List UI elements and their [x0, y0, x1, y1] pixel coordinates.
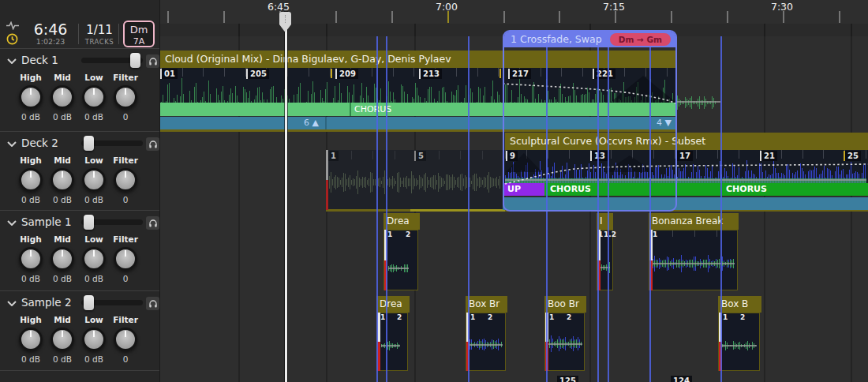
- knob-column-high: High0 dB: [15, 234, 47, 283]
- clip-beat-tick: [672, 230, 673, 237]
- knob-label: High: [15, 155, 47, 165]
- beat-tick: [224, 68, 225, 77]
- knob-column-filter: Filter0: [110, 234, 141, 283]
- knob-value: 0 dB: [15, 195, 47, 204]
- knob-column-high: High0 dB: [15, 315, 47, 364]
- low-knob[interactable]: [82, 328, 106, 351]
- channel-panel-sample-2: Sample 2High0 dBMid0 dBLow0 dBFilter0: [0, 291, 159, 371]
- filter-knob[interactable]: [114, 328, 137, 351]
- sample2-clip-title[interactable]: Box Br: [466, 296, 507, 313]
- track-position: 1/11: [81, 23, 118, 37]
- low-knob[interactable]: [82, 85, 106, 109]
- knob-value: 0 dB: [78, 274, 110, 283]
- beat-tick: [781, 150, 782, 159]
- beat-tick: [482, 151, 483, 159]
- low-knob[interactable]: [82, 247, 106, 271]
- knob-label: Low: [78, 315, 110, 324]
- filter-knob[interactable]: [114, 247, 137, 271]
- knob-label: Mid: [47, 155, 78, 165]
- deck1-marker-out[interactable]: 6 ▲: [284, 118, 319, 128]
- beat-tick: [287, 68, 288, 77]
- mid-knob[interactable]: [51, 85, 74, 109]
- mid-knob[interactable]: [51, 168, 74, 192]
- sample1-clip[interactable]: [383, 230, 418, 290]
- beat-number: 205: [246, 69, 269, 79]
- headphone-cue-button[interactable]: [146, 137, 159, 151]
- headphones-icon: [148, 57, 158, 66]
- knob-value: 0: [110, 354, 141, 364]
- filter-knob[interactable]: [114, 168, 137, 192]
- high-knob[interactable]: [19, 85, 43, 109]
- knob-column-low: Low0 dB: [78, 315, 110, 364]
- beat-number: 1: [327, 151, 339, 161]
- overview-mark: [851, 24, 852, 36]
- high-knob[interactable]: [19, 247, 43, 271]
- knob-value: 0: [110, 274, 141, 283]
- headphone-cue-button[interactable]: [146, 54, 159, 68]
- hot-cue-tick: [331, 69, 332, 78]
- knob-column-mid: Mid0 dB: [47, 234, 78, 283]
- sample1-clip-title[interactable]: I: [597, 213, 613, 230]
- crossfade-title: 1 Crossfade, Swap: [511, 33, 602, 45]
- volume-slider-handle[interactable]: [84, 295, 94, 310]
- volume-slider-handle[interactable]: [84, 136, 94, 151]
- mid-knob[interactable]: [51, 247, 74, 271]
- mixer-sidebar: 6:46 1:02:23 1/11 TRACKS Dm 7A Deck 1Hig…: [0, 0, 160, 382]
- knob-column-mid: Mid0 dB: [47, 155, 78, 204]
- deck1-tail-centerline: [676, 101, 720, 103]
- overview-mark: [326, 24, 327, 36]
- high-knob[interactable]: [19, 168, 43, 192]
- clip-centerline: [653, 263, 735, 264]
- mid-knob[interactable]: [51, 328, 74, 351]
- deck2-gain-top[interactable]: [326, 150, 328, 180]
- chevron-down-icon[interactable]: [7, 58, 17, 64]
- high-knob[interactable]: [19, 328, 43, 351]
- ruler-tick: [503, 11, 505, 23]
- crossfade-region[interactable]: 1 Crossfade, Swap Dm → Gm: [503, 30, 677, 212]
- knob-column-high: High0 dB: [15, 155, 47, 204]
- cue-line: [386, 36, 387, 382]
- clipped-bar-number: 124: [671, 376, 692, 382]
- ruler-tick: [727, 11, 728, 23]
- chevron-down-icon[interactable]: [7, 141, 17, 147]
- clip-beat-number: 2: [740, 313, 745, 321]
- volume-slider[interactable]: [81, 58, 143, 63]
- headphone-cue-button[interactable]: [146, 297, 159, 310]
- sample2-clip-title[interactable]: Drea: [376, 296, 410, 313]
- volume-slider[interactable]: [81, 219, 143, 225]
- crossfade-key-change-badge[interactable]: Dm → Gm: [610, 33, 671, 46]
- ruler-time-label: 6:45: [261, 1, 296, 13]
- chevron-down-icon[interactable]: [7, 301, 17, 306]
- volume-slider[interactable]: [81, 140, 143, 146]
- ruler-time-label: 7:15: [597, 1, 631, 13]
- knob-label: Filter: [110, 315, 141, 324]
- filter-knob[interactable]: [114, 85, 137, 109]
- beat-tick: [309, 68, 309, 77]
- deck2-gain-bottom[interactable]: [326, 180, 328, 210]
- camelot-code: 7A: [125, 36, 153, 47]
- playhead-line[interactable]: [285, 12, 287, 382]
- sample2-clip-title[interactable]: Boo Br: [544, 296, 586, 313]
- low-knob[interactable]: [82, 168, 106, 192]
- tracks-label: TRACKS: [81, 38, 118, 46]
- volume-slider-handle[interactable]: [84, 215, 94, 230]
- headphone-cue-button[interactable]: [146, 216, 159, 230]
- clip-centerline: [548, 343, 582, 345]
- knob-value: 0 dB: [15, 274, 47, 283]
- clipped-bar-number: 125: [557, 376, 578, 382]
- waveform: [329, 170, 501, 194]
- volume-slider-handle[interactable]: [130, 53, 140, 68]
- sample2-clip-title[interactable]: Box B: [718, 296, 761, 313]
- sample1-clip-title[interactable]: Bonanza Break: [649, 213, 739, 230]
- beat-tick: [696, 150, 697, 159]
- hot-cue-tick: [499, 69, 501, 78]
- channel-name: Sample 2: [21, 296, 72, 309]
- knob-value: 0 dB: [15, 112, 47, 122]
- chevron-down-icon[interactable]: [7, 220, 17, 226]
- crossfade-header[interactable]: 1 Crossfade, Swap Dm → Gm: [504, 32, 675, 47]
- key-display[interactable]: Dm 7A: [123, 21, 155, 47]
- beat-tick: [203, 68, 204, 77]
- volume-slider[interactable]: [81, 300, 143, 305]
- sample1-clip-title[interactable]: Drea: [383, 213, 420, 230]
- knob-label: Mid: [47, 73, 78, 82]
